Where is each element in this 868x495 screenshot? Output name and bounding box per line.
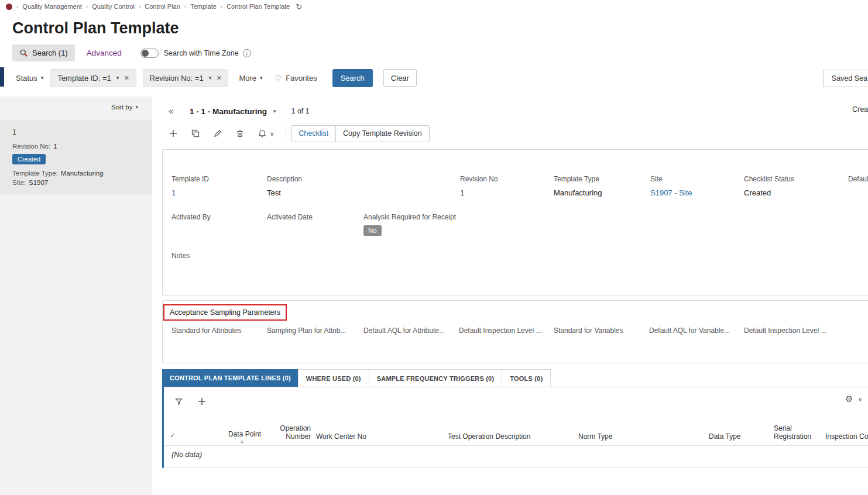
template-lines-table: ⚙ ∨ ✓ Data Point ∧ Operation Number Work… xyxy=(162,387,868,468)
filter-icon[interactable] xyxy=(174,397,183,406)
chevron-down-icon[interactable]: ∨ xyxy=(270,130,274,137)
close-icon[interactable]: × xyxy=(217,74,221,82)
filter-chip-template-id[interactable]: Template ID: =1 ▾ × xyxy=(50,69,136,87)
field-label-sampling-plan-attributes: Sampling Plan for Attrib... xyxy=(267,326,363,335)
chevron-down-icon: ▾ xyxy=(273,108,276,114)
template-id-link[interactable]: 1 xyxy=(171,188,267,197)
chevron-down-icon: ▾ xyxy=(135,104,138,110)
field-activated-by: Activated By xyxy=(171,213,267,236)
clear-button[interactable]: Clear xyxy=(383,69,417,87)
field-label: Checklist Status xyxy=(744,175,848,183)
filter-chip-revision-no[interactable]: Revision No: =1 ▾ × xyxy=(143,69,229,87)
create-button[interactable]: Creat xyxy=(852,105,868,114)
breadcrumb-item-quality-control[interactable]: Quality Control xyxy=(92,3,135,10)
breadcrumb-item-template[interactable]: Template xyxy=(190,3,217,10)
detail-tabs: CONTROL PLAN TEMPLATE LINES (0) WHERE US… xyxy=(162,369,551,387)
details-field-row-2: Activated By Activated Date Analysis Req… xyxy=(171,213,868,236)
site-link[interactable]: S1907 - Site xyxy=(650,188,744,197)
edit-icon[interactable] xyxy=(213,129,222,138)
column-header-norm-type[interactable]: Norm Type xyxy=(578,432,612,441)
duplicate-icon[interactable] xyxy=(191,129,200,138)
status-filter-label: Status xyxy=(16,74,37,82)
filter-chip-label: Revision No: =1 xyxy=(150,74,204,82)
add-icon[interactable] xyxy=(169,129,178,138)
column-header-operation-number[interactable]: Operation Number xyxy=(264,424,311,441)
heart-icon: ♡ xyxy=(275,74,282,82)
field-label: Site xyxy=(650,175,744,183)
table-toolbar xyxy=(164,393,207,410)
no-badge: No xyxy=(363,225,382,236)
breadcrumb-item-control-plan[interactable]: Control Plan xyxy=(145,3,180,10)
tab-search[interactable]: Search (1) xyxy=(12,44,75,61)
field-label: Activated By xyxy=(171,213,267,221)
field-label-default-aql-variables: Default AQL for Variable... xyxy=(649,326,744,335)
record-selector[interactable]: 1 - 1 - Manufacturing ▾ xyxy=(190,107,276,116)
notifications-bell-icon[interactable] xyxy=(258,129,267,138)
chevron-down-icon[interactable]: ▾ xyxy=(116,75,119,81)
list-item-site: Site:S1907 xyxy=(12,179,140,186)
record-count: 1 of 1 xyxy=(291,107,309,115)
field-value xyxy=(267,226,363,235)
field-site: Site S1907 - Site xyxy=(650,175,744,197)
field-notes: Notes xyxy=(171,252,190,260)
app-logo-icon[interactable] xyxy=(6,4,12,10)
field-label-default-inspection-level-attributes: Default Inspection Level ... xyxy=(459,326,554,335)
tab-sample-frequency-triggers[interactable]: SAMPLE FREQUENCY TRIGGERS (0) xyxy=(369,369,503,387)
search-button[interactable]: Search xyxy=(332,69,373,87)
tab-where-used[interactable]: WHERE USED (0) xyxy=(298,369,369,387)
list-item[interactable]: 1 Revision No:1 Created Template Type:Ma… xyxy=(0,120,152,194)
field-label: Revision No xyxy=(460,175,554,183)
column-header-data-point[interactable]: Data Point xyxy=(220,430,261,438)
field-value: Created xyxy=(744,188,848,197)
details-field-row-1: Template ID 1 Description Test Revision … xyxy=(171,175,868,197)
field-default-c: Default C xyxy=(848,175,868,197)
breadcrumb: › Quality Management › Quality Control ›… xyxy=(0,0,868,13)
field-label: Notes xyxy=(171,252,190,260)
field-description: Description Test xyxy=(267,175,460,197)
timezone-toggle[interactable] xyxy=(140,49,159,58)
collapse-panel-icon[interactable]: « xyxy=(169,106,174,116)
tab-control-plan-template-lines[interactable]: CONTROL PLAN TEMPLATE LINES (0) xyxy=(162,369,299,387)
status-filter-dropdown[interactable]: Status ▾ xyxy=(16,74,43,82)
info-icon[interactable]: i xyxy=(243,49,251,57)
tab-advanced[interactable]: Advanced xyxy=(83,49,125,57)
add-row-icon[interactable] xyxy=(197,397,207,406)
field-checklist-status: Checklist Status Created xyxy=(744,175,848,197)
copy-template-revision-button[interactable]: Copy Template Revision xyxy=(336,125,430,142)
field-revision-no: Revision No 1 xyxy=(460,175,554,197)
site-value: S1907 xyxy=(29,179,48,186)
column-header-test-operation-description[interactable]: Test Operation Description xyxy=(448,432,530,441)
tab-tools[interactable]: TOOLS (0) xyxy=(502,369,551,387)
column-header-work-center-no[interactable]: Work Center No xyxy=(316,432,366,441)
refresh-icon[interactable]: ↻ xyxy=(296,2,302,11)
favorites-button[interactable]: ♡ Favorites xyxy=(275,74,317,82)
search-icon xyxy=(19,49,28,57)
close-icon[interactable]: × xyxy=(124,74,129,82)
more-filters-label: More xyxy=(239,74,256,82)
delete-icon[interactable] xyxy=(235,129,245,138)
site-label: Site: xyxy=(12,179,26,186)
breadcrumb-item-quality-management[interactable]: Quality Management xyxy=(22,3,82,10)
field-label: Template ID xyxy=(171,175,267,183)
field-value xyxy=(171,226,267,235)
breadcrumb-item-control-plan-template[interactable]: Control Plan Template xyxy=(227,3,290,10)
more-filters-dropdown[interactable]: More ▾ xyxy=(239,74,262,82)
favorites-label: Favorites xyxy=(286,74,317,82)
select-all-check-icon[interactable]: ✓ xyxy=(170,431,176,439)
field-label: Activated Date xyxy=(267,213,363,221)
field-label-default-aql-attributes: Default AQL for Attribute... xyxy=(363,326,459,335)
field-value: Manufacturing xyxy=(554,188,650,197)
sort-by-dropdown[interactable]: Sort by ▾ xyxy=(0,99,152,115)
checklist-button[interactable]: Checklist xyxy=(291,125,336,142)
breadcrumb-separator-icon: › xyxy=(221,4,222,10)
chevron-down-icon[interactable]: ∨ xyxy=(858,396,862,403)
gear-icon[interactable]: ⚙ xyxy=(845,394,853,403)
column-header-data-type[interactable]: Data Type xyxy=(709,432,740,441)
chevron-down-icon[interactable]: ▾ xyxy=(209,75,212,81)
saved-search-button[interactable]: Saved Sea xyxy=(823,70,868,87)
column-header-serial-registration[interactable]: Serial Registration xyxy=(774,424,816,441)
field-value: 1 xyxy=(460,188,554,197)
column-header-inspection-code[interactable]: Inspection Cod xyxy=(825,432,868,441)
record-list-sidebar: Sort by ▾ 1 Revision No:1 Created Templa… xyxy=(0,97,152,495)
tab-search-label: Search (1) xyxy=(32,49,68,57)
